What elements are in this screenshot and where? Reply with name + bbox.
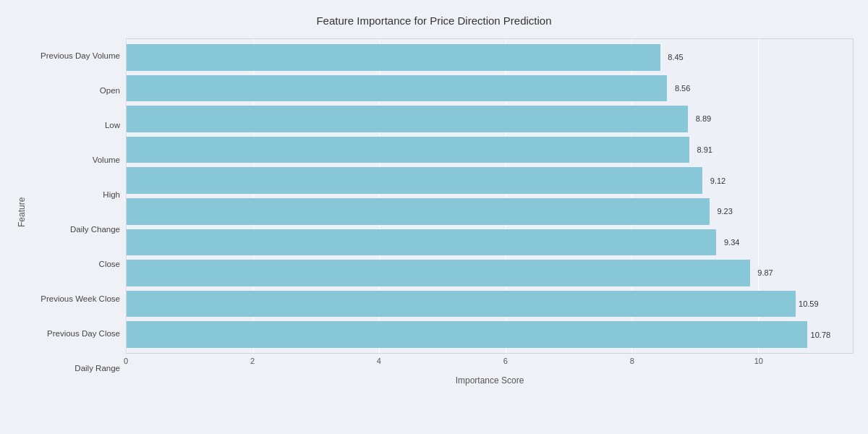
- bar-value-label: 8.56: [675, 84, 690, 93]
- bar-value-label: 9.23: [717, 207, 732, 216]
- y-label: High: [32, 177, 120, 212]
- y-label: Previous Week Close: [32, 281, 120, 316]
- y-label: Close: [32, 247, 120, 281]
- bar: 8.89: [127, 106, 688, 132]
- y-label: Previous Day Volume: [32, 38, 120, 73]
- chart-area: Feature Previous Day VolumeOpenLowVolume…: [14, 38, 854, 386]
- x-tick: 2: [250, 357, 255, 365]
- x-tick: 10: [754, 357, 763, 365]
- bar-row: 9.34: [127, 227, 853, 258]
- bar-value-label: 10.78: [811, 331, 831, 339]
- bar: 8.56: [127, 75, 667, 102]
- bar-row: 9.87: [127, 258, 853, 289]
- x-tick: 0: [124, 357, 128, 365]
- y-label: Daily Change: [32, 212, 120, 247]
- bar: 9.12: [127, 167, 702, 194]
- y-label: Volume: [32, 142, 120, 177]
- y-label: Open: [32, 73, 120, 108]
- bar-value-label: 9.34: [724, 238, 739, 247]
- x-tick: 6: [503, 357, 508, 365]
- y-label: Daily Range: [32, 351, 120, 386]
- bar-row: 9.12: [127, 165, 853, 196]
- x-axis-label: Importance Score: [126, 375, 854, 386]
- bar-row: 8.56: [127, 73, 853, 104]
- bar-value-label: 8.45: [668, 53, 683, 61]
- chart-title: Feature Importance for Price Direction P…: [14, 14, 854, 27]
- y-labels: Previous Day VolumeOpenLowVolumeHighDail…: [32, 38, 126, 386]
- bar-value-label: 8.89: [696, 114, 711, 123]
- bar-row: 9.23: [127, 196, 853, 227]
- bar-value-label: 8.91: [697, 145, 712, 154]
- x-tick: 4: [377, 357, 381, 365]
- bar-row: 8.45: [127, 42, 853, 73]
- bar-row: 8.89: [127, 103, 853, 135]
- bar: 10.59: [127, 291, 796, 318]
- plot-area: 8.458.568.898.919.129.239.349.8710.5910.…: [126, 38, 854, 386]
- bars-and-grid: 8.458.568.898.919.129.239.349.8710.5910.…: [126, 38, 854, 354]
- bar: 8.45: [127, 44, 660, 71]
- y-label: Low: [32, 108, 120, 142]
- bar-row: 10.59: [127, 289, 853, 320]
- x-tick: 8: [630, 357, 634, 365]
- bar: 8.91: [127, 137, 689, 163]
- bar: 9.87: [127, 260, 750, 286]
- x-axis: 0246810: [126, 357, 854, 371]
- bar: 10.78: [127, 321, 807, 348]
- y-axis-label: Feature: [14, 38, 29, 386]
- bar-value-label: 9.12: [710, 176, 726, 185]
- bars-container: 8.458.568.898.919.129.239.349.8710.5910.…: [127, 39, 853, 353]
- chart-container: Feature Importance for Price Direction P…: [0, 0, 868, 434]
- y-label: Previous Day Close: [32, 316, 120, 351]
- bar-row: 8.91: [127, 135, 853, 166]
- bar-row: 10.78: [127, 319, 853, 350]
- bar: 9.23: [127, 198, 710, 225]
- bar-value-label: 10.59: [799, 299, 819, 308]
- bar: 9.34: [127, 229, 716, 256]
- bar-value-label: 9.87: [757, 268, 773, 277]
